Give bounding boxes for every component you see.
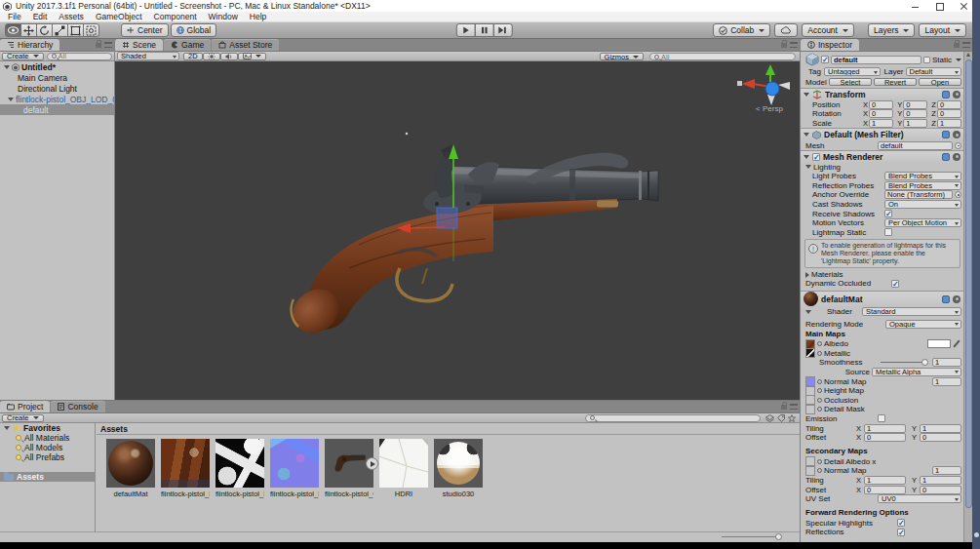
tab-project[interactable]: Project	[0, 401, 50, 412]
foldout-icon[interactable]	[805, 272, 809, 278]
model-open-button[interactable]: Open	[919, 78, 961, 86]
hierarchy-item-default[interactable]: default	[0, 104, 114, 115]
occlusion-texture-chip[interactable]	[805, 395, 815, 405]
favorites-row[interactable]: ★ Favorites	[0, 423, 95, 433]
gear-icon[interactable]	[953, 153, 960, 161]
favorite-star-icon[interactable]	[788, 414, 796, 422]
favorite-all-models[interactable]: All Models	[0, 443, 95, 452]
secondary-normal-texture-chip[interactable]	[805, 466, 815, 476]
normal-map-texture-chip[interactable]	[805, 376, 815, 386]
2d-toggle-button[interactable]: 2D	[183, 53, 203, 60]
menu-file[interactable]: File	[2, 12, 27, 21]
play-button[interactable]	[455, 23, 475, 37]
favorite-all-materials[interactable]: All Materials	[0, 433, 95, 443]
view-tool-button[interactable]	[5, 23, 21, 37]
help-icon[interactable]	[942, 131, 950, 138]
foldout-icon[interactable]	[805, 310, 811, 314]
model-preview-toggle[interactable]	[366, 457, 378, 470]
dynamic-occluded-checkbox[interactable]: ✓	[891, 280, 899, 288]
object-picker-icon[interactable]	[955, 191, 961, 198]
search-by-label-icon[interactable]	[777, 414, 785, 422]
search-by-type-icon[interactable]	[765, 414, 774, 422]
object-name-field[interactable]: default	[831, 56, 921, 64]
metallic-texture-chip[interactable]	[805, 348, 815, 358]
lock-icon[interactable]	[954, 43, 960, 48]
menu-window[interactable]: Window	[203, 12, 244, 21]
reflection-probes-dropdown[interactable]: Blend Probes	[884, 181, 961, 190]
position-x-field[interactable]: 0	[869, 100, 893, 109]
account-button[interactable]: Account	[802, 23, 854, 37]
foldout-icon[interactable]	[804, 93, 809, 97]
sec-offset-y-field[interactable]: 0	[920, 486, 961, 494]
perspective-label[interactable]: < Persp	[739, 104, 800, 113]
secondary-normal-scale-field[interactable]: 1	[932, 466, 961, 475]
hierarchy-search-input[interactable]: All	[47, 53, 112, 60]
menu-edit[interactable]: Edit	[27, 12, 54, 21]
tab-game[interactable]: Game	[164, 39, 211, 51]
foldout-icon[interactable]	[804, 133, 809, 137]
smoothness-field[interactable]: 1	[932, 358, 961, 367]
step-button[interactable]	[492, 23, 512, 37]
uv-set-dropdown[interactable]: UV0	[878, 494, 961, 503]
inspector-scrollbar[interactable]	[963, 52, 972, 542]
move-tool-button[interactable]	[20, 23, 37, 37]
cloud-button[interactable]	[774, 23, 798, 37]
asset-pistol-model[interactable]: flintlock-pistol_O...	[325, 439, 373, 498]
scene-viewport[interactable]: < Persp	[115, 61, 800, 400]
foldout-icon[interactable]	[8, 98, 14, 101]
asset-normal-texture[interactable]: flintlock-pistol_L...	[270, 439, 319, 498]
help-icon[interactable]	[942, 91, 950, 98]
scale-y-field[interactable]: 1	[903, 119, 927, 128]
thumbnail-size-slider[interactable]	[722, 536, 782, 537]
scale-x-field[interactable]: 1	[869, 119, 893, 128]
smoothness-source-dropdown[interactable]: Metallic Alpha	[872, 368, 961, 376]
mesh-renderer-enabled-checkbox[interactable]: ✓	[812, 153, 820, 161]
panel-menu-icon[interactable]	[790, 404, 798, 410]
asset-metallic-texture[interactable]: flintlock-pistol_L...	[216, 439, 264, 498]
tag-dropdown[interactable]: Untagged	[824, 67, 881, 76]
gear-icon[interactable]	[953, 295, 960, 303]
scale-z-field[interactable]: 1	[937, 119, 961, 128]
tab-console[interactable]: Console	[51, 401, 104, 412]
asset-studio030[interactable]: studio030	[434, 439, 483, 498]
lock-icon[interactable]	[781, 405, 787, 410]
object-picker-icon[interactable]	[955, 142, 961, 149]
collab-button[interactable]: Collab	[713, 23, 770, 37]
normal-map-scale-field[interactable]: 1	[932, 377, 961, 386]
scene-effects-dropdown[interactable]	[238, 53, 266, 60]
asset-defaultmat[interactable]: defaultMat	[106, 439, 155, 498]
scene-search-input[interactable]: All	[649, 53, 796, 60]
scene-audio-toggle[interactable]	[220, 53, 238, 60]
menu-help[interactable]: Help	[244, 12, 272, 21]
foldout-icon[interactable]	[805, 165, 811, 169]
rect-tool-button[interactable]	[67, 23, 84, 37]
reflections-checkbox[interactable]: ✓	[897, 529, 905, 536]
project-create-button[interactable]: Create	[2, 414, 44, 422]
asset-hdri[interactable]: HDRI	[379, 439, 428, 498]
rotate-tool-button[interactable]	[36, 23, 53, 37]
project-search-input[interactable]	[585, 414, 761, 422]
foldout-icon[interactable]	[4, 426, 10, 430]
static-checkbox[interactable]	[923, 57, 930, 63]
minimize-icon[interactable]	[911, 2, 920, 11]
transform-tool-button[interactable]	[83, 23, 99, 37]
close-icon[interactable]	[960, 2, 968, 11]
layout-button[interactable]: Layout	[919, 23, 966, 37]
rotation-x-field[interactable]: 0	[869, 109, 893, 118]
hierarchy-item-flintlock-pistol[interactable]: flintlock-pistol_OBJ_LOD_00	[0, 94, 114, 104]
receive-shadows-checkbox[interactable]: ✓	[884, 210, 892, 217]
pivot-toggle-button[interactable]: Center	[121, 23, 169, 37]
position-y-field[interactable]: 0	[903, 100, 927, 109]
favorite-all-prefabs[interactable]: All Prefabs	[0, 452, 95, 462]
foldout-icon[interactable]	[4, 65, 10, 69]
layers-button[interactable]: Layers	[868, 23, 916, 37]
sec-tiling-y-field[interactable]: 1	[920, 476, 961, 485]
lock-icon[interactable]	[781, 43, 787, 48]
offset-y-field[interactable]: 0	[920, 433, 961, 442]
foldout-icon[interactable]	[804, 155, 809, 159]
active-checkbox[interactable]: ✓	[821, 56, 829, 63]
offset-x-field[interactable]: 0	[864, 433, 906, 442]
hierarchy-item-main-camera[interactable]: Main Camera	[0, 72, 114, 83]
shader-dropdown[interactable]: Standard	[862, 307, 961, 316]
albedo-color-swatch[interactable]	[927, 339, 951, 348]
